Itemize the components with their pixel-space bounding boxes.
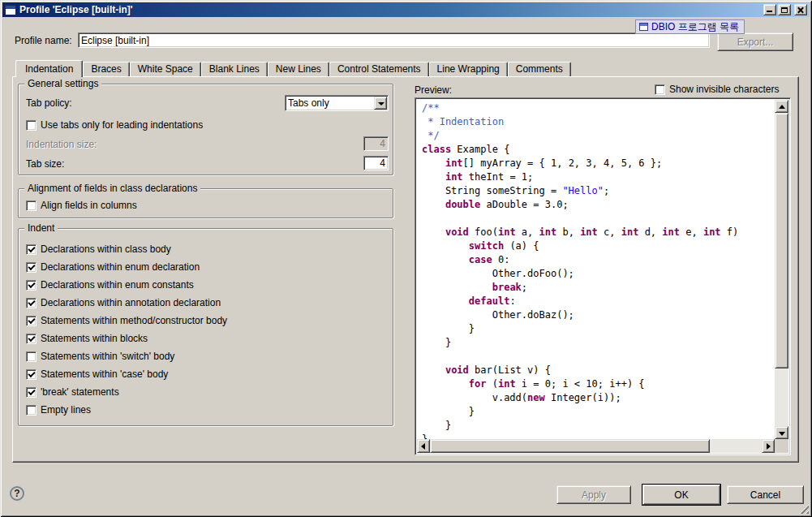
scroll-right-button[interactable] bbox=[762, 439, 775, 453]
checkbox[interactable] bbox=[26, 351, 37, 362]
tab-comments[interactable]: Comments bbox=[508, 62, 571, 76]
use-tabs-label: Use tabs only for leading indentations bbox=[41, 119, 203, 131]
checkbox[interactable] bbox=[26, 262, 37, 273]
code-line: v.add(new Integer(i)); bbox=[422, 391, 775, 405]
use-tabs-checkbox-row[interactable]: Use tabs only for leading indentations bbox=[26, 118, 203, 131]
general-settings-group: General settings Tab policy: Tabs only U… bbox=[18, 84, 393, 175]
tab-white-space[interactable]: White Space bbox=[130, 62, 201, 76]
tab-braces[interactable]: Braces bbox=[83, 62, 129, 76]
checkbox[interactable] bbox=[26, 244, 37, 255]
preview-code: /** * Indentation */class Example { int[… bbox=[417, 100, 775, 439]
code-line: break; bbox=[422, 281, 775, 295]
checkbox-label: Empty lines bbox=[41, 404, 91, 416]
indentation-size-input bbox=[363, 136, 389, 151]
dbio-popup-label: DBIO 프로그램 목록 bbox=[651, 20, 739, 34]
indent-option-row[interactable]: Declarations within enum constants bbox=[26, 278, 227, 291]
tab-new-lines[interactable]: New Lines bbox=[268, 62, 329, 76]
horizontal-scroll-thumb[interactable] bbox=[430, 439, 710, 453]
indent-option-row[interactable]: Statements within 'case' body bbox=[26, 368, 227, 381]
code-line: /** bbox=[422, 101, 775, 115]
ok-button[interactable]: OK bbox=[642, 485, 720, 505]
resize-grip[interactable] bbox=[798, 503, 809, 514]
code-line: * Indentation bbox=[422, 115, 775, 129]
minimize-button[interactable] bbox=[763, 4, 776, 15]
align-fields-checkbox[interactable] bbox=[26, 200, 37, 211]
use-tabs-checkbox[interactable] bbox=[26, 120, 37, 131]
checkbox-label: Declarations within enum constants bbox=[41, 279, 194, 291]
checkbox[interactable] bbox=[26, 280, 37, 291]
tab-size-label: Tab size: bbox=[26, 158, 64, 170]
apply-button[interactable]: Apply bbox=[556, 485, 631, 504]
tab-indentation[interactable]: Indentation bbox=[15, 60, 83, 77]
alignment-legend: Alignment of fields in class declaration… bbox=[24, 183, 200, 194]
checkbox-label: Declarations within annotation declarati… bbox=[41, 297, 221, 308]
horizontal-scrollbar[interactable] bbox=[417, 439, 775, 453]
preview-label: Preview: bbox=[415, 84, 452, 96]
general-settings-legend: General settings bbox=[24, 78, 101, 89]
tab-line-wrapping[interactable]: Line Wrapping bbox=[429, 62, 508, 76]
indent-option-row[interactable]: Empty lines bbox=[26, 403, 227, 416]
arrow-up-icon bbox=[779, 105, 785, 109]
maximize-button[interactable] bbox=[778, 4, 791, 15]
code-line: case 0: bbox=[422, 253, 775, 267]
checkbox-label: Statements within 'case' body bbox=[41, 368, 168, 380]
indent-option-row[interactable]: Statements within method/constructor bod… bbox=[26, 314, 227, 327]
checkbox[interactable] bbox=[26, 316, 37, 326]
scrollbar-corner bbox=[775, 439, 788, 453]
indent-option-row[interactable]: Declarations within enum declaration bbox=[26, 261, 227, 274]
indent-option-row[interactable]: Declarations within class body bbox=[26, 243, 227, 256]
indent-option-row[interactable]: 'break' statements bbox=[26, 386, 227, 399]
cancel-button[interactable]: Cancel bbox=[727, 485, 804, 504]
window-icon bbox=[5, 5, 16, 15]
indentation-size-label: Indentation size: bbox=[26, 139, 97, 150]
checkbox[interactable] bbox=[26, 387, 37, 398]
code-line: String someString = "Hello"; bbox=[422, 184, 775, 198]
scroll-down-button[interactable] bbox=[775, 426, 788, 439]
vertical-scroll-thumb[interactable] bbox=[775, 113, 788, 368]
tab-policy-dropdown[interactable]: Tabs only bbox=[285, 95, 389, 111]
help-button[interactable]: ? bbox=[10, 486, 24, 501]
scroll-up-button[interactable] bbox=[775, 100, 788, 113]
show-invisible-checkbox[interactable] bbox=[655, 84, 665, 95]
code-line: double aDouble = 3.0; bbox=[422, 198, 775, 212]
align-fields-checkbox-row[interactable]: Align fields in columns bbox=[26, 199, 137, 212]
checkbox[interactable] bbox=[26, 298, 37, 308]
code-line: */ bbox=[422, 129, 775, 143]
align-fields-label: Align fields in columns bbox=[41, 200, 137, 211]
code-line: Other.doFoo(); bbox=[422, 267, 775, 281]
vertical-scrollbar[interactable] bbox=[775, 100, 788, 439]
checkbox[interactable] bbox=[26, 369, 37, 380]
checkbox-label: Statements within 'switch' body bbox=[41, 351, 174, 362]
maximize-icon bbox=[781, 7, 788, 13]
checkbox-label: Declarations within class body bbox=[41, 243, 171, 255]
title-bar[interactable]: Profile 'Eclipse [built-in]' bbox=[2, 2, 810, 17]
profile-name-label: Profile name: bbox=[15, 35, 72, 46]
preview-panel: /** * Indentation */class Example { int[… bbox=[415, 97, 791, 455]
code-line: int theInt = 1; bbox=[422, 170, 775, 184]
checkbox[interactable] bbox=[26, 405, 37, 416]
alignment-group: Alignment of fields in class declaration… bbox=[18, 188, 393, 218]
indent-option-row[interactable]: Statements within 'switch' body bbox=[26, 350, 227, 363]
code-line: class Example { bbox=[422, 143, 775, 157]
arrow-left-icon bbox=[421, 443, 425, 450]
indent-option-row[interactable]: Statements within blocks bbox=[26, 332, 227, 345]
close-button[interactable] bbox=[794, 4, 807, 15]
scroll-left-button[interactable] bbox=[417, 439, 430, 453]
code-line: } bbox=[422, 405, 775, 419]
dropdown-button[interactable] bbox=[374, 97, 387, 110]
code-line bbox=[422, 350, 775, 364]
code-line: } bbox=[422, 419, 775, 433]
tab-control-statements[interactable]: Control Statements bbox=[329, 62, 429, 76]
code-line: for (int i = 0; i < 10; i++) { bbox=[422, 377, 775, 391]
indent-option-row[interactable]: Declarations within annotation declarati… bbox=[26, 296, 227, 309]
arrow-right-icon bbox=[767, 443, 771, 450]
export-button[interactable]: Export... bbox=[717, 32, 793, 51]
tab-blank-lines[interactable]: Blank Lines bbox=[201, 62, 268, 76]
code-line: switch (a) { bbox=[422, 239, 775, 253]
code-line: void bar(List v) { bbox=[422, 364, 775, 377]
profile-name-input[interactable] bbox=[78, 32, 710, 48]
show-invisible-checkbox-row[interactable]: Show invisible characters bbox=[655, 83, 779, 96]
checkbox[interactable] bbox=[26, 334, 37, 344]
code-line: } bbox=[422, 433, 775, 439]
tab-size-input[interactable] bbox=[363, 156, 389, 170]
